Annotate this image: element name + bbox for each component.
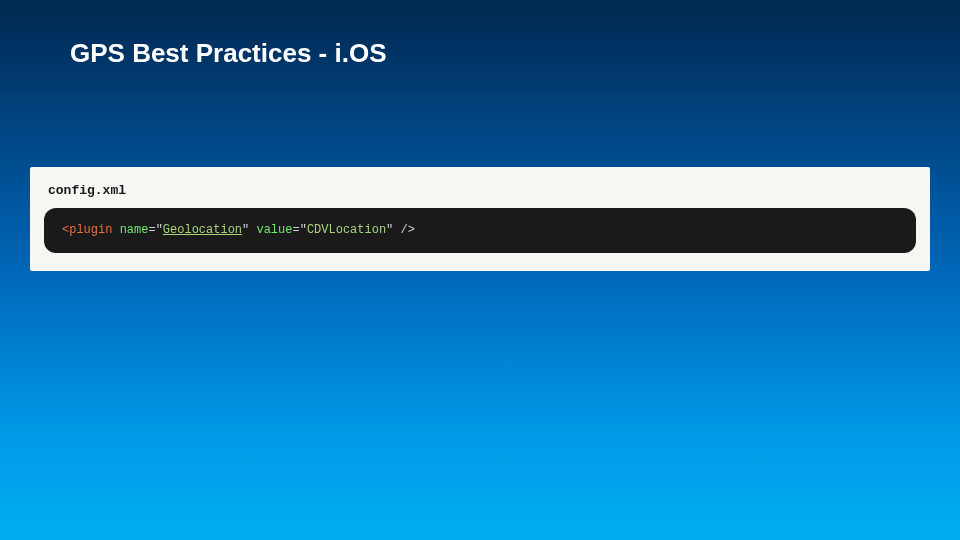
file-label: config.xml — [44, 179, 916, 208]
code-tag-close: /> — [401, 223, 415, 237]
code-quote-1a: " — [156, 223, 163, 237]
code-panel: config.xml <plugin name="Geolocation" va… — [30, 167, 930, 271]
slide-title: GPS Best Practices - i.OS — [0, 0, 960, 69]
code-attr-value-2: CDVLocation — [307, 223, 386, 237]
code-quote-1b: " — [242, 223, 249, 237]
code-tag-open: <plugin — [62, 223, 112, 237]
code-eq-2: = — [292, 223, 299, 237]
code-attr-name-2: value — [256, 223, 292, 237]
code-quote-2a: " — [300, 223, 307, 237]
code-attr-name-1: name — [120, 223, 149, 237]
code-attr-value-1: Geolocation — [163, 223, 242, 237]
code-block: <plugin name="Geolocation" value="CDVLoc… — [44, 208, 916, 253]
code-quote-2b: " — [386, 223, 393, 237]
code-eq-1: = — [148, 223, 155, 237]
